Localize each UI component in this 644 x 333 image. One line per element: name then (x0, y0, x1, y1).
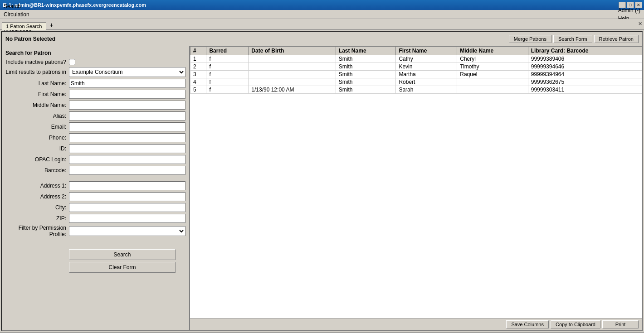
input-middle-name[interactable] (69, 101, 185, 110)
cell-lastName: Smith (336, 55, 396, 63)
title-bar: 🖥 1: admin@BR1-winxpvmfx.phasefx.evergre… (0, 0, 644, 10)
cell-middleName: Raquel (457, 71, 528, 78)
cell-barred: f (206, 71, 249, 78)
table-row[interactable]: 2fSmithKevinTimothy99999394646 (190, 63, 642, 71)
top-buttons: Merge PatronsSearch FormRetrieve Patron (509, 35, 639, 43)
cell-dob: 1/13/90 12:00 AM (249, 86, 336, 94)
input-zip[interactable] (69, 214, 185, 223)
select-limit-results[interactable]: Example Consortium (69, 67, 185, 77)
top-bar: No Patron Selected Merge PatronsSearch F… (2, 32, 642, 46)
add-tab-button[interactable]: + (47, 20, 56, 29)
cell-dob (249, 55, 336, 63)
copy-to-clipboard-button[interactable]: Copy to Clipboard (551, 320, 600, 328)
retrieve-patron-button[interactable]: Retrieve Patron (594, 35, 639, 43)
search-button[interactable]: Search (69, 249, 176, 260)
cell-middleName (457, 86, 528, 94)
form-row-barcode: Barcode: (5, 166, 185, 175)
label-barcode: Barcode: (5, 167, 69, 174)
search-button-area: Search Clear Form (5, 249, 185, 273)
form-row-address2: Address 2: (5, 192, 185, 201)
cell-lastName: Smith (336, 78, 396, 86)
cell-firstName: Robert (396, 78, 457, 86)
label-opac-login: OPAC Login: (5, 156, 69, 163)
form-row-opac-login: OPAC Login: (5, 155, 185, 164)
label-phone: Phone: (5, 135, 69, 141)
input-include-inactive[interactable] (69, 59, 75, 65)
table-row[interactable]: 5f1/13/90 12:00 AMSmithSarah99999303411 (190, 86, 642, 94)
print-button[interactable]: Print (602, 320, 639, 328)
merge-patrons-button[interactable]: Merge Patrons (509, 35, 551, 43)
col-firstName: First Name (396, 47, 457, 55)
cell-firstName: Cathy (396, 55, 457, 63)
cell-libCard: 99999303411 (528, 86, 642, 94)
cell-libCard: 99999394964 (528, 71, 642, 78)
input-email[interactable] (69, 122, 185, 131)
label-permission-profile: Filter by Permission Profile: (5, 225, 69, 237)
menu-right-admin----[interactable]: Admin (-) (615, 6, 643, 14)
search-form-button[interactable]: Search Form (553, 35, 592, 43)
table-row[interactable]: 4fSmithRobert99999362675 (190, 78, 642, 86)
label-include-inactive: Include inactive patrons? (5, 59, 69, 65)
table-row[interactable]: 1fSmithCathyCheryl99999389406 (190, 55, 642, 63)
menu-bar: FileEditSearchCirculationCatalogingAcqui… (0, 10, 644, 19)
results-panel: #BarredDate of BirthLast NameFirst NameM… (190, 46, 642, 330)
col-num: # (190, 47, 206, 55)
input-barcode[interactable] (69, 166, 185, 175)
save-columns-button[interactable]: Save Columns (506, 320, 549, 328)
cell-libCard: 99999394646 (528, 63, 642, 71)
label-last-name: Last Name: (5, 80, 69, 87)
cell-firstName: Sarah (396, 86, 457, 94)
input-first-name[interactable] (69, 90, 185, 99)
cell-barred: f (206, 78, 249, 86)
results-table-container: #BarredDate of BirthLast NameFirst NameM… (190, 46, 642, 318)
form-row-address1: Address 1: (5, 181, 185, 190)
bottom-bar: Save ColumnsCopy to ClipboardPrint (190, 318, 642, 330)
main-window: No Patron Selected Merge PatronsSearch F… (1, 31, 643, 331)
tabs-container: 1 Patron Search (2, 22, 47, 29)
cell-dob (249, 63, 336, 71)
table-row[interactable]: 3fSmithMarthaRaquel99999394964 (190, 71, 642, 78)
clear-form-button[interactable]: Clear Form (69, 262, 176, 273)
form-row-alias: Alias: (5, 111, 185, 121)
cell-num: 4 (190, 78, 206, 86)
input-id[interactable] (69, 144, 185, 153)
content-area: Search for Patron Include inactive patro… (2, 46, 642, 330)
menu-item-circulation[interactable]: Circulation (1, 10, 35, 19)
input-city[interactable] (69, 203, 185, 212)
label-email: Email: (5, 124, 69, 130)
cell-libCard: 99999389406 (528, 55, 642, 63)
form-row-phone: Phone: (5, 133, 185, 142)
cell-lastName: Smith (336, 71, 396, 78)
input-last-name[interactable] (69, 79, 185, 88)
tab-close-button[interactable]: ✕ (638, 21, 642, 27)
form-row-last-name: Last Name: (5, 79, 185, 88)
cell-num: 5 (190, 86, 206, 94)
cell-num: 3 (190, 71, 206, 78)
cell-barred: f (206, 55, 249, 63)
input-phone[interactable] (69, 133, 185, 142)
cell-num: 1 (190, 55, 206, 63)
input-address1[interactable] (69, 181, 185, 190)
tab-0[interactable]: 1 Patron Search (2, 22, 46, 30)
menu-item-search[interactable]: Search (1, 2, 35, 10)
cell-middleName: Cheryl (457, 55, 528, 63)
input-opac-login[interactable] (69, 155, 185, 164)
search-panel: Search for Patron Include inactive patro… (2, 46, 190, 330)
cell-lastName: Smith (336, 86, 396, 94)
search-panel-title: Search for Patron (5, 50, 185, 56)
cell-barred: f (206, 63, 249, 71)
input-alias[interactable] (69, 111, 185, 121)
label-id: ID: (5, 145, 69, 152)
label-city: City: (5, 204, 69, 211)
form-row-middle-name: Middle Name: (5, 101, 185, 110)
form-row-permission-profile: Filter by Permission Profile: (5, 225, 185, 237)
label-middle-name: Middle Name: (5, 102, 69, 108)
cell-libCard: 99999362675 (528, 78, 642, 86)
input-address2[interactable] (69, 192, 185, 201)
select-permission-profile[interactable] (69, 226, 185, 236)
label-alias: Alias: (5, 113, 69, 119)
col-barred: Barred (206, 47, 249, 55)
label-address2: Address 2: (5, 193, 69, 200)
cell-lastName: Smith (336, 63, 396, 71)
form-row-email: Email: (5, 122, 185, 131)
